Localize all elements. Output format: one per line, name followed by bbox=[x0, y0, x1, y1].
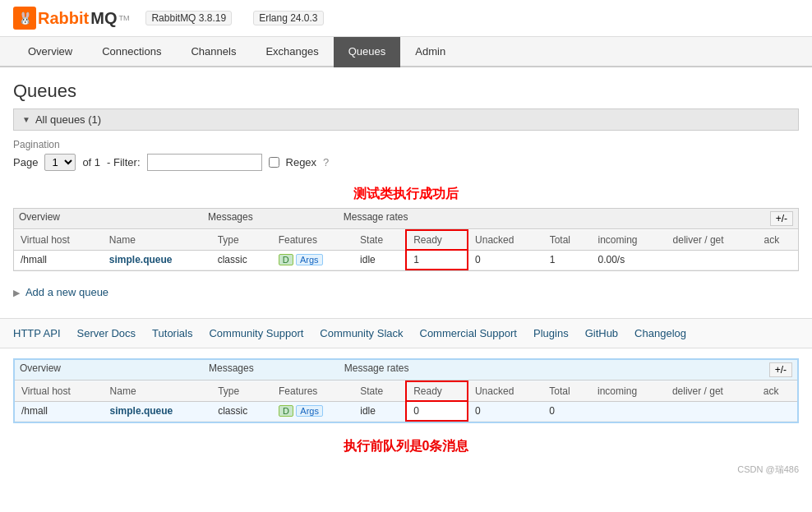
cell-features: D Args bbox=[272, 250, 353, 270]
footer-tutorials[interactable]: Tutorials bbox=[152, 327, 192, 339]
cell-name[interactable]: simple.queue bbox=[103, 250, 211, 270]
triangle-right-icon: ▶ bbox=[13, 288, 20, 298]
cell2-state: idle bbox=[353, 401, 406, 421]
cell-ack bbox=[758, 250, 798, 270]
rabbitmq-version-badge: RabbitMQ 3.8.19 bbox=[145, 11, 232, 25]
footer-github[interactable]: GitHub bbox=[585, 327, 618, 339]
table1-section-header: Overview Messages Message rates +/- bbox=[14, 209, 798, 229]
cell-virtual-host: /hmall bbox=[14, 250, 103, 270]
nav-connections[interactable]: Connections bbox=[87, 37, 176, 67]
table2-messages-label: Messages bbox=[209, 362, 254, 377]
erlang-version-badge: Erlang 24.0.3 bbox=[253, 11, 323, 25]
col2-type: Type bbox=[211, 381, 272, 401]
nav-channels[interactable]: Channels bbox=[176, 37, 251, 67]
of-label: of 1 bbox=[82, 156, 100, 168]
col-state: State bbox=[353, 230, 406, 250]
table1-message-rates-label: Message rates bbox=[344, 211, 408, 226]
footer-changelog[interactable]: Changelog bbox=[634, 327, 686, 339]
cell-ready: 1 bbox=[406, 250, 468, 270]
footer-community-support[interactable]: Community Support bbox=[209, 327, 303, 339]
feature-d-tag: D bbox=[279, 254, 293, 265]
add-queue-section: ▶ Add a new queue bbox=[13, 279, 799, 305]
nav-admin[interactable]: Admin bbox=[400, 37, 460, 67]
annotation-top: 测试类执行成功后 bbox=[13, 181, 799, 208]
col2-ready: Ready bbox=[406, 381, 468, 401]
cell2-total: 0 bbox=[542, 401, 591, 421]
col-virtual-host: Virtual host bbox=[14, 230, 103, 250]
main-nav: Overview Connections Channels Exchanges … bbox=[0, 37, 812, 67]
table1-overview-label: Overview bbox=[19, 211, 60, 226]
col-unacked: Unacked bbox=[468, 230, 543, 250]
cell-incoming: 0.00/s bbox=[591, 250, 666, 270]
cell2-type: classic bbox=[211, 401, 272, 421]
cell-total: 1 bbox=[543, 250, 592, 270]
cell2-ready: 0 bbox=[406, 401, 468, 421]
table2-message-rates-label: Message rates bbox=[344, 362, 409, 377]
cell2-name[interactable]: simple.queue bbox=[104, 401, 212, 421]
table1-plus-minus-button[interactable]: +/- bbox=[770, 211, 793, 226]
feature2-d-tag: D bbox=[279, 405, 293, 417]
footer-commercial-support[interactable]: Commercial Support bbox=[420, 327, 518, 339]
logo-tm: TM bbox=[118, 14, 129, 22]
col2-deliver-get: deliver / get bbox=[666, 381, 757, 401]
nav-exchanges[interactable]: Exchanges bbox=[251, 37, 333, 67]
logo: 🐰 RabbitMQTM bbox=[13, 7, 129, 30]
table1-messages-label: Messages bbox=[208, 211, 253, 226]
page-content: Queues ▼ All queues (1) Pagination Page … bbox=[0, 67, 812, 318]
col-incoming: incoming bbox=[591, 230, 666, 250]
filter-input[interactable] bbox=[147, 154, 262, 171]
col-ready: Ready bbox=[406, 230, 468, 250]
col2-incoming: incoming bbox=[591, 381, 666, 401]
cell2-deliver-get bbox=[666, 401, 757, 421]
queue-table-2-wrapper: Overview Messages Message rates +/- Virt… bbox=[13, 358, 799, 423]
queue-table-1-wrapper: Overview Messages Message rates +/- Virt… bbox=[13, 208, 799, 271]
page-select[interactable]: 1 bbox=[44, 154, 76, 171]
col2-ack: ack bbox=[757, 381, 797, 401]
table2-plus-minus-button[interactable]: +/- bbox=[769, 362, 792, 377]
cell2-features: D Args bbox=[272, 401, 353, 421]
all-queues-section[interactable]: ▼ All queues (1) bbox=[13, 108, 799, 131]
footer-community-slack[interactable]: Community Slack bbox=[320, 327, 403, 339]
annotation-bottom: 执行前队列是0条消息 bbox=[0, 433, 812, 460]
regex-help-icon[interactable]: ? bbox=[323, 156, 329, 168]
all-queues-label: All queues (1) bbox=[35, 113, 101, 126]
cell2-unacked: 0 bbox=[468, 401, 542, 421]
col2-features: Features bbox=[272, 381, 353, 401]
cell2-virtual-host: /hmall bbox=[15, 401, 104, 421]
table-row: /hmall simple.queue classic D Args idle … bbox=[15, 401, 797, 421]
footer-server-docs[interactable]: Server Docs bbox=[77, 327, 136, 339]
col-name: Name bbox=[103, 230, 211, 250]
logo-icon: 🐰 bbox=[13, 7, 36, 30]
table2-section-header: Overview Messages Message rates +/- bbox=[15, 360, 797, 381]
feature-args-tag: Args bbox=[296, 254, 323, 265]
nav-overview[interactable]: Overview bbox=[13, 37, 87, 67]
table-row: /hmall simple.queue classic D Args idle … bbox=[14, 250, 798, 270]
cell-type: classic bbox=[211, 250, 272, 270]
col2-state: State bbox=[353, 381, 406, 401]
page-title: Queues bbox=[13, 81, 799, 102]
col-total: Total bbox=[543, 230, 592, 250]
filter-label: - Filter: bbox=[107, 156, 140, 168]
cell-unacked: 0 bbox=[468, 250, 543, 270]
logo-text: Rabbit bbox=[38, 9, 89, 28]
pagination-section: Pagination Page 1 of 1 - Filter: Regex ? bbox=[13, 139, 799, 171]
feature2-args-tag: Args bbox=[296, 405, 323, 417]
page-label: Page bbox=[13, 156, 38, 168]
col-type: Type bbox=[211, 230, 272, 250]
col2-virtual-host: Virtual host bbox=[15, 381, 104, 401]
col-features: Features bbox=[272, 230, 353, 250]
cell-state: idle bbox=[353, 250, 406, 270]
col-ack: ack bbox=[758, 230, 798, 250]
footer-plugins[interactable]: Plugins bbox=[533, 327, 569, 339]
regex-label: Regex bbox=[286, 156, 317, 168]
chevron-down-icon: ▼ bbox=[22, 115, 30, 124]
add-queue-link[interactable]: Add a new queue bbox=[25, 286, 108, 298]
cell-deliver-get bbox=[667, 250, 758, 270]
footer-http-api[interactable]: HTTP API bbox=[13, 327, 61, 339]
regex-checkbox[interactable] bbox=[269, 157, 279, 168]
nav-queues[interactable]: Queues bbox=[334, 37, 401, 67]
top-header: 🐰 RabbitMQTM RabbitMQ 3.8.19 Erlang 24.0… bbox=[0, 0, 812, 37]
pagination-label: Pagination bbox=[13, 139, 799, 150]
queue-table-1: Virtual host Name Type Features State Re… bbox=[14, 229, 798, 270]
cell2-incoming bbox=[591, 401, 666, 421]
